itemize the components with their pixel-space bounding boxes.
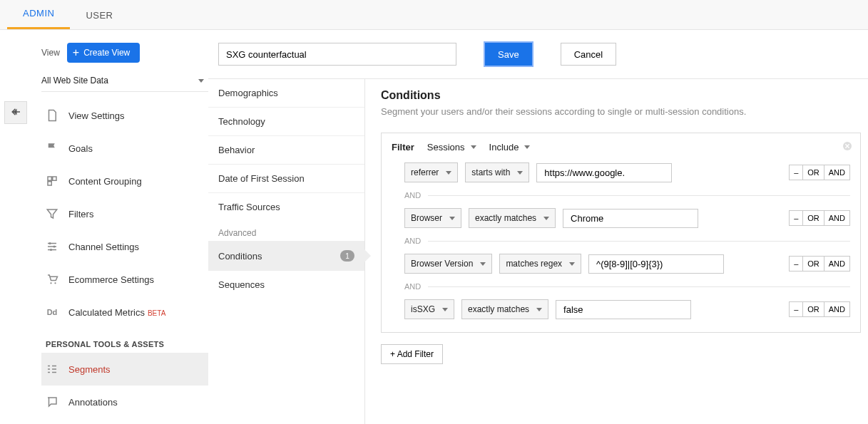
filter-scope-select[interactable]: Sessions [427,142,476,152]
midnav-demographics[interactable]: Demographics [208,79,364,107]
back-button[interactable] [4,101,27,124]
midnav-behavior[interactable]: Behavior [208,135,364,164]
sidebar-item-label: Calculated MetricsBETA [68,307,165,318]
condition-value-input[interactable] [588,254,724,274]
remove-filter-button[interactable] [842,140,853,155]
sidebar-item-content-grouping[interactable]: Content Grouping [41,165,208,197]
condition-row: Browser Version matches regex – OR AND [404,254,850,274]
caret-down-icon [198,79,204,83]
midnav-conditions[interactable]: Conditions 1 [208,241,364,270]
sidebar-item-goals[interactable]: Goals [41,132,208,165]
view-select[interactable]: All Web Site Data [41,70,208,92]
or-button[interactable]: OR [803,210,824,226]
midnav-advanced-label: Advanced [208,221,364,241]
dimension-select[interactable]: Browser [404,208,461,228]
condition-value-input[interactable] [563,209,698,228]
arrow-left-icon [9,105,22,120]
cancel-button[interactable]: Cancel [561,43,616,66]
dimension-select[interactable]: referrer [404,162,458,182]
or-button[interactable]: OR [803,301,824,317]
caret-down-icon [471,145,476,149]
sidebar-item-label: View Settings [68,110,125,121]
dimension-select[interactable]: isSXG [404,299,454,319]
match-value: starts with [471,167,510,177]
sidebar-item-label: Filters [68,209,93,219]
caret-down-icon [569,262,575,266]
match-value: exactly matches [475,213,536,223]
svg-point-1 [53,246,56,248]
condition-value-input[interactable] [536,163,672,182]
add-filter-button[interactable]: + Add Filter [381,344,443,364]
sidebar-item-channel-settings[interactable]: Channel Settings [41,230,208,263]
caret-down-icon [517,171,523,175]
sidebar-item-annotations[interactable]: Annotations [41,386,208,418]
match-value: matches regex [506,259,562,269]
conditions-count-badge: 1 [340,250,354,262]
sidebar-item-label: Channel Settings [68,242,139,252]
svg-point-4 [54,282,56,284]
midnav-date-first-session[interactable]: Date of First Session [208,164,364,192]
sidebar-item-label: Ecommerce Settings [68,274,154,285]
sidebar-item-view-settings[interactable]: View Settings [41,99,208,132]
segment-name-input[interactable] [218,43,456,66]
caret-down-icon [446,171,451,175]
midnav-item-label: Conditions [218,251,262,262]
caret-down-icon [524,145,530,149]
match-type-select[interactable]: matches regex [499,254,581,274]
match-type-select[interactable]: exactly matches [469,208,556,228]
sidebar-item-label: Annotations [68,397,118,408]
caret-down-icon [543,217,549,220]
group-icon [46,175,58,187]
caret-down-icon [449,217,455,220]
match-type-select[interactable]: starts with [465,162,529,182]
condition-value-input[interactable] [556,300,691,319]
remove-condition-button[interactable]: – [789,165,803,180]
sidebar-item-label: Goals [68,143,93,154]
and-divider: AND [404,237,850,245]
match-type-select[interactable]: exactly matches [461,299,548,319]
or-button[interactable]: OR [803,165,824,180]
create-view-button[interactable]: + Create View [67,43,141,63]
document-icon [46,109,58,122]
sidebar-item-calculated-metrics[interactable]: Dd Calculated MetricsBETA [41,296,208,329]
and-divider: AND [404,191,850,200]
view-label: View [41,48,60,58]
funnel-icon [46,207,58,220]
sidebar-section-personal: PERSONAL TOOLS & ASSETS [41,329,208,353]
svg-point-0 [49,242,51,244]
svg-point-2 [50,249,52,251]
sidebar-item-label: Content Grouping [68,176,142,187]
svg-point-3 [50,282,51,284]
filter-card: Filter Sessions Include refer [381,133,861,333]
page-title: Conditions [381,89,861,102]
or-button[interactable]: OR [803,256,824,272]
sidebar-item-filters[interactable]: Filters [41,197,208,230]
filter-include-select[interactable]: Include [489,142,531,152]
remove-condition-button[interactable]: – [789,210,803,226]
condition-row: referrer starts with – OR AND [404,162,850,182]
caret-down-icon [442,308,448,311]
midnav-traffic-sources[interactable]: Traffic Sources [208,192,364,221]
sidebar-item-ecommerce-settings[interactable]: Ecommerce Settings [41,263,208,296]
and-button[interactable]: AND [824,210,850,226]
dimension-value: Browser Version [411,259,473,269]
save-button[interactable]: Save [485,43,532,66]
tab-user[interactable]: USER [70,0,128,29]
sidebar-item-segments[interactable]: Segments [41,353,208,386]
condition-row: Browser exactly matches – OR AND [404,208,850,228]
and-button[interactable]: AND [824,256,850,272]
dimension-select[interactable]: Browser Version [404,254,492,274]
caret-down-icon [480,262,486,266]
midnav-sequences[interactable]: Sequences [208,270,364,299]
sliders-icon [46,240,58,253]
filter-scope-value: Sessions [427,142,465,152]
and-button[interactable]: AND [824,301,850,317]
remove-condition-button[interactable]: – [789,301,803,317]
and-divider: AND [404,282,850,291]
remove-condition-button[interactable]: – [789,256,803,272]
midnav-technology[interactable]: Technology [208,107,364,135]
caret-down-icon [536,308,542,311]
dimension-value: Browser [411,213,442,223]
tab-admin[interactable]: ADMIN [7,0,70,29]
and-button[interactable]: AND [824,165,850,180]
